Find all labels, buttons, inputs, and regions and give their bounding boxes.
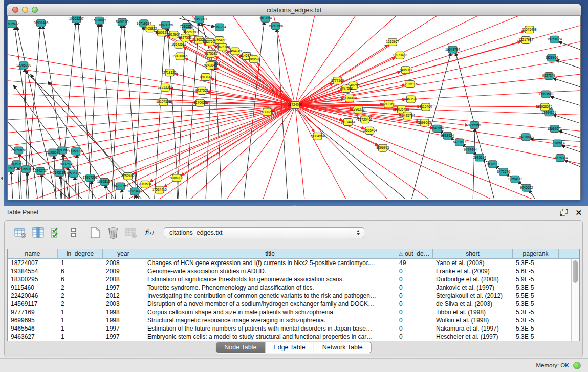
table-cell[interactable]: 49 (396, 259, 433, 267)
table-cell[interactable]: 1 (58, 309, 103, 316)
network-canvas[interactable]: 2605572209914061065325715276021846616010… (7, 16, 581, 200)
table-cell[interactable]: 1997 (103, 333, 144, 340)
table-cell[interactable]: Dudbridge et al. (2008) (433, 276, 513, 283)
function-builder-icon[interactable]: f(x) (142, 226, 156, 239)
table-cell[interactable]: 2008 (103, 276, 144, 283)
table-cell[interactable]: Disruption of a novel member of a sodium… (144, 300, 396, 308)
table-cell[interactable]: Wolkin et al. (1998) (433, 317, 513, 324)
column-header-pagerank[interactable]: pagerank (513, 249, 559, 258)
table-cell[interactable]: 0 (396, 317, 433, 324)
table-cell[interactable]: 19384554 (8, 268, 58, 275)
row-height-icon[interactable] (68, 226, 81, 239)
table-cell[interactable]: 2009 (103, 268, 144, 275)
table-cell[interactable]: 9463627 (8, 333, 58, 340)
table-cell[interactable]: Investigating the contribution of common… (144, 292, 396, 299)
table-cell[interactable]: de Silva et al. (2003) (433, 300, 513, 308)
minimize-window-button[interactable] (22, 7, 28, 13)
table-cell[interactable]: 5.5E-5 (513, 292, 559, 299)
table-cell[interactable]: 2 (58, 292, 103, 299)
table-cell[interactable]: 0 (396, 268, 433, 275)
table-row[interactable]: 2242004622012Investigating the contribut… (8, 292, 579, 300)
tab-node-table[interactable]: Node Table (216, 342, 265, 353)
table-cell[interactable]: 0 (396, 309, 433, 316)
scrollbar-thumb[interactable] (573, 260, 578, 283)
table-cell[interactable]: 1 (58, 317, 103, 324)
float-panel-icon[interactable] (560, 209, 568, 216)
table-cell[interactable]: 2012 (103, 292, 144, 299)
vertical-scrollbar[interactable] (571, 259, 579, 341)
table-row[interactable]: 946554611997Estimation of the future num… (8, 324, 579, 333)
table-cell[interactable]: Structural magnetic resonance image aver… (144, 317, 396, 324)
table-cell[interactable]: 5.6E-5 (513, 268, 559, 275)
table-cell[interactable]: Embryonic stem cells: a model to study s… (144, 333, 396, 340)
table-cell[interactable]: 5.3E-5 (513, 284, 559, 291)
table-cell[interactable]: 5.9E-5 (513, 276, 559, 283)
column-header-out_de[interactable]: △out_de… (396, 249, 433, 258)
table-cell[interactable]: Franke et al. (2009) (433, 268, 513, 275)
table-cell[interactable]: 5.3E-5 (513, 309, 559, 316)
table-cell[interactable]: 6 (58, 276, 103, 283)
table-cell[interactable]: 1 (58, 325, 103, 332)
table-settings-icon[interactable] (14, 226, 27, 239)
panel-collapse-arrow-icon[interactable] (1, 176, 3, 180)
table-cell[interactable]: 1998 (103, 317, 144, 324)
table-cell[interactable]: 2 (58, 300, 103, 308)
new-table-icon[interactable] (89, 226, 102, 239)
table-cell[interactable]: 0 (396, 284, 433, 291)
table-row[interactable]: 911546021997Tourette syndrome. Phenomeno… (8, 283, 579, 292)
table-row[interactable]: 1456911722003Disruption of a novel membe… (8, 300, 579, 308)
table-cell[interactable]: 6 (58, 268, 103, 275)
table-cell[interactable]: Tibbo et al. (1998) (433, 309, 513, 316)
table-cell[interactable]: 1997 (103, 325, 144, 332)
table-cell[interactable]: 1998 (103, 309, 144, 316)
table-row[interactable]: 946362711997Embryonic stem cells: a mode… (8, 333, 579, 341)
network-graph[interactable]: 2605572209914061065325715276021846616010… (8, 16, 580, 199)
zoom-window-button[interactable] (32, 7, 38, 13)
tab-edge-table[interactable]: Edge Table (265, 342, 313, 353)
column-visibility-icon[interactable] (32, 226, 45, 239)
table-row[interactable]: 1938455462009Genome-wide association stu… (8, 267, 579, 275)
close-window-button[interactable] (12, 7, 18, 13)
table-cell[interactable]: 9699695 (8, 317, 58, 324)
delete-table-icon[interactable] (124, 226, 138, 239)
table-cell[interactable]: 9115460 (8, 284, 58, 291)
table-cell[interactable]: 14569117 (8, 300, 58, 308)
delete-rows-icon[interactable] (106, 226, 120, 239)
table-cell[interactable]: 18300295 (8, 276, 58, 283)
column-header-short[interactable]: short (433, 249, 513, 258)
table-cell[interactable]: 2 (58, 284, 103, 291)
column-header-in_degree[interactable]: in_degree (58, 249, 103, 258)
table-cell[interactable]: 1 (58, 259, 103, 267)
table-cell[interactable]: 22420046 (8, 292, 58, 299)
table-cell[interactable]: 0 (396, 333, 433, 340)
table-cell[interactable]: 5.3E-5 (513, 317, 559, 324)
table-cell[interactable]: Corpus callosum shape and size in male p… (144, 309, 396, 316)
table-cell[interactable]: 0 (396, 300, 433, 308)
row-select-icon[interactable] (50, 226, 63, 239)
table-cell[interactable]: 5.3E-5 (513, 300, 559, 308)
table-cell[interactable]: Yano et al. (2008) (433, 259, 513, 267)
table-row[interactable]: 1830029562008Estimation of significance … (8, 275, 579, 283)
network-window-titlebar[interactable]: citations_edges.txt (7, 4, 581, 16)
table-cell[interactable]: 2008 (103, 259, 144, 267)
table-cell[interactable]: 0 (396, 292, 433, 299)
close-panel-icon[interactable]: ✕ (575, 209, 582, 216)
table-cell[interactable]: 0 (396, 325, 433, 332)
table-cell[interactable]: Genome-wide association studies in ADHD. (144, 268, 396, 275)
table-cell[interactable]: Estimation of the future numbers of pati… (144, 325, 396, 332)
table-cell[interactable]: Hescheler et al. (1997) (433, 333, 513, 340)
table-cell[interactable]: Stergiakouli et al. (2012) (433, 292, 513, 299)
table-cell[interactable]: 5.3E-5 (513, 333, 559, 340)
table-cell[interactable]: 18724007 (8, 259, 58, 267)
column-header-year[interactable]: year (103, 249, 144, 258)
table-cell[interactable]: 0 (396, 276, 433, 283)
table-cell[interactable]: 9777169 (8, 309, 58, 316)
table-row[interactable]: 977716911998Corpus callosum shape and si… (8, 308, 579, 316)
table-row[interactable]: 969969511998Structural magnetic resonanc… (8, 316, 579, 324)
table-cell[interactable]: Nakamura et al. (1997) (433, 325, 513, 332)
canvas-resize-grip[interactable] (569, 189, 574, 194)
column-header-title[interactable]: title (144, 249, 396, 258)
tab-network-table[interactable]: Network Table (314, 342, 371, 353)
table-cell[interactable]: 9465546 (8, 325, 58, 332)
table-cell[interactable]: 5.3E-5 (513, 259, 559, 267)
